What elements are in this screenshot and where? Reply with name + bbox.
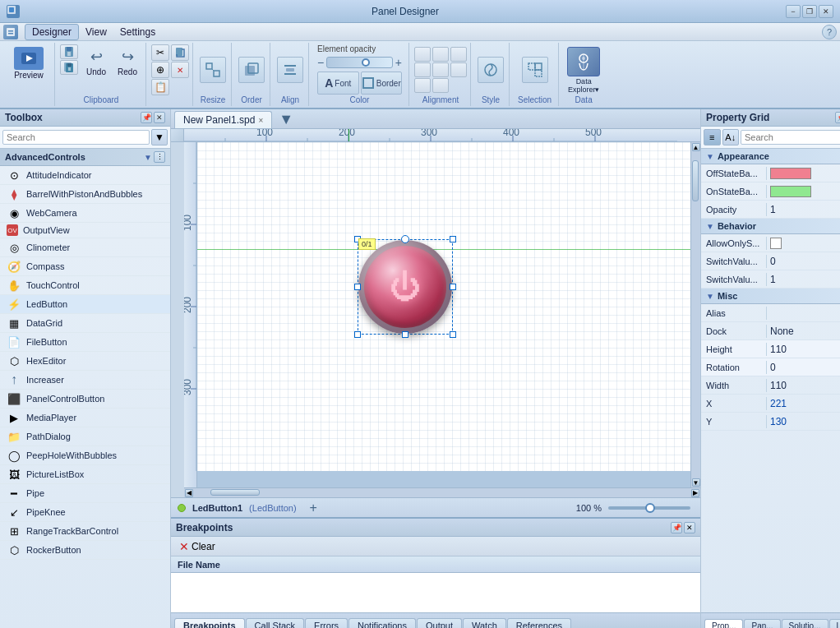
order-button[interactable]	[238, 57, 265, 83]
menu-designer[interactable]: Designer	[25, 24, 79, 40]
handle-left[interactable]	[354, 284, 361, 290]
undo-button[interactable]: ↩ Undo	[81, 44, 111, 79]
redo-button[interactable]: ↪ Redo	[113, 44, 142, 79]
scrollbar-up-button[interactable]: ▲	[692, 143, 700, 151]
distribute-v-button[interactable]	[432, 78, 449, 93]
breakpoints-pin-button[interactable]: 📌	[671, 522, 682, 533]
toolbox-item-picturelistbox[interactable]: 🖼 PictureListBox	[0, 465, 170, 484]
bp-tab-breakpoints[interactable]: Breakpoints	[174, 618, 245, 628]
save-button[interactable]	[60, 44, 78, 59]
toolbox-item-compass[interactable]: 🧭 Compass	[0, 257, 170, 276]
scrollbar-right-button[interactable]: ▶	[691, 489, 699, 497]
pg-tab-solutio[interactable]: Solutio...	[782, 619, 828, 628]
toolbox-item-filebutton[interactable]: 📄 FileButton	[0, 333, 170, 352]
pg-section-misc[interactable]: ▼ Misc	[701, 289, 840, 304]
canvas-tab-panel1[interactable]: New Panel1.spd ×	[174, 111, 272, 128]
delete-button[interactable]: ✕	[171, 62, 189, 78]
align-left-button[interactable]	[414, 47, 431, 62]
offstateba-color-swatch[interactable]	[770, 168, 811, 179]
pg-row-y[interactable]: Y 130	[701, 413, 840, 431]
data-explorer-button[interactable]	[567, 47, 600, 76]
pg-row-switchvalu0[interactable]: SwitchValu... 0	[701, 252, 840, 270]
align-button[interactable]	[277, 57, 303, 83]
align-right-button[interactable]	[450, 47, 467, 62]
pg-row-onstateba[interactable]: OnStateBa...	[701, 182, 840, 201]
preview-button[interactable]: Preview	[10, 44, 48, 82]
led-button-outer[interactable]: ⏻	[358, 240, 452, 334]
canvas-widget-container[interactable]: 0/1 ⏻	[358, 239, 453, 335]
opacity-plus-button[interactable]: +	[395, 56, 402, 69]
onstateba-color-swatch[interactable]	[770, 186, 811, 197]
pg-section-behavior[interactable]: ▼ Behavior	[701, 219, 840, 234]
allowonlys-checkbox[interactable]	[770, 238, 782, 249]
resize-button[interactable]	[200, 57, 226, 83]
toolbox-item-datagrid[interactable]: ▦ DataGrid	[0, 314, 170, 333]
pg-row-offstateba[interactable]: OffStateBa...	[701, 164, 840, 182]
pg-row-switchvalu1[interactable]: SwitchValu... 1	[701, 270, 840, 289]
toolbox-item-peephole[interactable]: ◯ PeepHoleWithBubbles	[0, 446, 170, 465]
toolbox-item-pathdialog[interactable]: 📁 PathDialog	[0, 427, 170, 446]
pg-row-allowonlys[interactable]: AllowOnlyS...	[701, 234, 840, 252]
handle-bl[interactable]	[354, 331, 361, 338]
border-button[interactable]: Border	[361, 72, 403, 95]
bp-tab-errors[interactable]: Errors	[305, 618, 348, 628]
breakpoints-close-button[interactable]: ✕	[684, 522, 695, 533]
pg-search-input[interactable]	[741, 130, 840, 145]
toolbox-item-barrel[interactable]: ⧫ BarrelWithPistonAndBubbles	[0, 185, 170, 204]
toolbox-search-input[interactable]	[2, 130, 150, 145]
canvas-tab-close-button[interactable]: ×	[258, 116, 263, 125]
toolbox-item-clinometer[interactable]: ◎ Clinometer	[0, 238, 170, 257]
menu-view[interactable]: View	[79, 25, 113, 39]
main-canvas[interactable]: 0/1 ⏻	[197, 142, 690, 487]
scrollbar-left-button[interactable]: ◀	[185, 489, 193, 497]
import-button[interactable]	[171, 44, 189, 61]
bp-tab-notifications[interactable]: Notifications	[348, 618, 416, 628]
minimize-button[interactable]: −	[786, 5, 801, 18]
toolbox-item-webcamera[interactable]: ◉ WebCamera	[0, 204, 170, 223]
selection-button[interactable]	[522, 57, 548, 83]
handle-bottom[interactable]	[402, 331, 408, 338]
toolbox-item-touchcontrol[interactable]: ✋ TouchControl	[0, 276, 170, 295]
copy-button[interactable]: ⊕	[151, 62, 169, 78]
horizontal-scrollbar[interactable]: ◀ ▶	[184, 487, 700, 497]
toolbox-search-dropdown-button[interactable]: ▼	[151, 129, 168, 145]
add-tab-button[interactable]: ▼	[275, 111, 297, 128]
menu-settings[interactable]: Settings	[113, 25, 162, 39]
help-icon[interactable]: ?	[822, 25, 837, 39]
align-bottom-button[interactable]	[450, 62, 467, 77]
pg-tab-pan[interactable]: Pan...	[744, 619, 780, 628]
handle-br[interactable]	[450, 331, 456, 338]
close-button[interactable]: ✕	[819, 5, 833, 18]
toolbox-item-rockerbutton[interactable]: ⬡ RockerButton	[0, 541, 170, 560]
toolbox-item-hexeditor[interactable]: ⬡ HexEditor	[0, 352, 170, 371]
font-button[interactable]: A Font	[317, 72, 359, 95]
toolbox-item-pipeknee[interactable]: ↙ PipeKnee	[0, 503, 170, 522]
pg-section-appearance[interactable]: ▼ Appearance	[701, 149, 840, 164]
bp-tab-output[interactable]: Output	[417, 618, 462, 628]
handle-tr[interactable]	[450, 236, 456, 242]
toolbox-item-pipe[interactable]: ━ Pipe	[0, 484, 170, 503]
vertical-scrollbar[interactable]: ▲ ▼	[690, 142, 700, 487]
scrollbar-down-button[interactable]: ▼	[692, 478, 700, 487]
toolbox-item-outputview[interactable]: OV OutputView	[0, 223, 170, 238]
toolbox-item-ledbutton[interactable]: ⚡ LedButton	[0, 295, 170, 314]
align-top-button[interactable]	[414, 62, 431, 77]
pg-row-height[interactable]: Height 110	[701, 340, 840, 358]
bp-tab-references[interactable]: References	[507, 618, 571, 628]
bp-tab-watch[interactable]: Watch	[463, 618, 506, 628]
toolbox-pin-button[interactable]: 📌	[141, 112, 152, 123]
cut-button[interactable]: ✂	[151, 44, 169, 61]
restore-button[interactable]: ❐	[802, 5, 817, 18]
toolbox-item-mediaplayer[interactable]: ▶ MediaPlayer	[0, 409, 170, 427]
align-center-v-button[interactable]	[432, 62, 449, 77]
zoom-slider-thumb[interactable]	[645, 503, 655, 513]
toolbox-item-attitude[interactable]: ⊙ AttitudeIndicator	[0, 166, 170, 185]
toolbox-item-panelcontrolbutton[interactable]: ⬛ PanelControlButton	[0, 390, 170, 409]
pg-row-x[interactable]: X 221	[701, 395, 840, 413]
paste-button[interactable]: 📋	[151, 79, 169, 95]
pg-row-alias[interactable]: Alias	[701, 304, 840, 322]
pg-alphabetical-button[interactable]: A↓	[722, 129, 740, 145]
align-center-h-button[interactable]	[432, 47, 449, 62]
save-all-button[interactable]	[60, 60, 78, 75]
toolbox-category-options-button[interactable]: ⋮	[154, 151, 165, 163]
